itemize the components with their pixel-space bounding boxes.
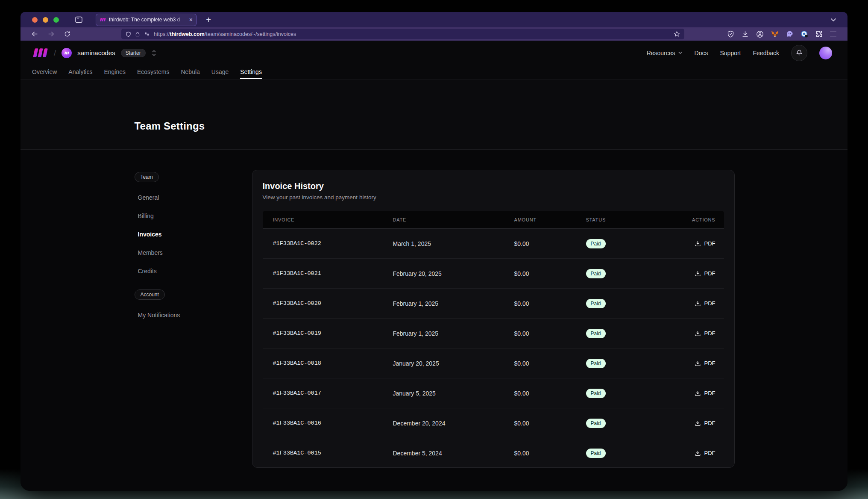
account-icon[interactable] (756, 30, 764, 38)
team-switcher-icon[interactable] (151, 50, 157, 56)
download-icon[interactable] (742, 30, 749, 38)
menu-icon[interactable] (830, 32, 836, 37)
invoice-amount: $0.00 (514, 240, 586, 247)
dashboard-tab[interactable]: Overview (32, 65, 57, 79)
notifications-bell-button[interactable] (791, 45, 807, 61)
breadcrumb-separator: / (54, 48, 56, 58)
status-cell: Paid (586, 449, 691, 458)
maximize-window-button[interactable] (53, 17, 59, 23)
download-pdf-button[interactable]: PDF (695, 420, 716, 426)
tracking-shield-icon[interactable] (126, 31, 131, 37)
status-badge: Paid (586, 239, 606, 248)
tab-list-chevron-icon[interactable] (830, 18, 836, 22)
sidebar-item[interactable]: Members (134, 243, 240, 262)
invoice-date: December 5, 2024 (393, 450, 514, 457)
download-icon (695, 300, 701, 307)
download-icon (695, 330, 701, 337)
page-viewport: / saminacodes Starter Resources (21, 41, 847, 491)
tab-title: thirdweb: The complete web3 d (109, 17, 186, 23)
table-row: #1F33BA1C-0021 February 20, 2025 $0.00 P… (263, 258, 724, 288)
support-link[interactable]: Support (720, 50, 741, 56)
header-breadcrumb: / saminacodes Starter (32, 48, 157, 58)
invoice-date: December 20, 2024 (393, 420, 514, 427)
back-button[interactable] (28, 29, 41, 40)
phantom-icon[interactable] (786, 30, 793, 38)
sidebar-item[interactable]: Invoices (134, 225, 240, 243)
invoice-number: #1F33BA1C-0017 (273, 390, 393, 396)
pdf-label: PDF (704, 330, 716, 337)
dashboard-tab[interactable]: Engines (104, 65, 126, 79)
team-name[interactable]: saminacodes (77, 49, 115, 56)
invoice-number: #1F33BA1C-0015 (273, 450, 393, 456)
bookmark-star-icon[interactable] (674, 31, 680, 37)
permissions-icon[interactable] (144, 31, 150, 37)
reload-button[interactable] (61, 29, 73, 40)
minimize-window-button[interactable] (43, 17, 48, 23)
column-header: DATE (393, 217, 514, 222)
dashboard-tab[interactable]: Usage (211, 65, 229, 79)
table-header-row: INVOICEDATEAMOUNTSTATUSACTIONS (263, 211, 724, 229)
dashboard-tab[interactable]: Settings (240, 65, 262, 79)
download-pdf-button[interactable]: PDF (695, 330, 716, 337)
sidebar-item[interactable]: General (134, 188, 240, 207)
invoice-history-card: Invoice History View your past invoices … (252, 170, 735, 468)
shield-check-icon[interactable] (727, 30, 734, 38)
thirdweb-logo[interactable] (32, 48, 48, 58)
sidebar-item[interactable]: My Notifications (134, 306, 240, 324)
invoice-date: January 5, 2025 (393, 390, 514, 397)
docs-link[interactable]: Docs (695, 50, 708, 56)
team-avatar[interactable] (62, 48, 72, 58)
user-avatar[interactable] (819, 47, 832, 59)
browser-tab-bar: thirdweb: The complete web3 d × + (21, 12, 847, 27)
header-links: Resources Docs Support Feedback (647, 45, 832, 61)
close-window-button[interactable] (32, 17, 38, 23)
pdf-label: PDF (704, 270, 716, 277)
invoice-number: #1F33BA1C-0018 (273, 360, 393, 366)
download-pdf-button[interactable]: PDF (695, 390, 716, 396)
browser-window: thirdweb: The complete web3 d × + (21, 12, 847, 491)
download-pdf-button[interactable]: PDF (695, 300, 716, 307)
metamask-icon[interactable] (771, 30, 779, 38)
download-icon (695, 240, 701, 247)
url-domain: thirdweb.com (170, 31, 205, 37)
download-pdf-button[interactable]: PDF (695, 240, 716, 247)
forward-button[interactable] (44, 29, 57, 40)
extensions-puzzle-icon[interactable] (815, 30, 823, 38)
browser-tab[interactable]: thirdweb: The complete web3 d × (96, 14, 196, 26)
lock-icon[interactable] (135, 31, 140, 37)
pdf-label: PDF (704, 300, 716, 307)
resources-menu[interactable]: Resources (647, 50, 683, 56)
invoice-amount: $0.00 (514, 330, 586, 337)
resources-label: Resources (647, 50, 675, 56)
feedback-link[interactable]: Feedback (753, 50, 779, 56)
sidebar-toggle-icon[interactable] (73, 14, 85, 25)
invoice-number: #1F33BA1C-0016 (273, 420, 393, 426)
table-row: #1F33BA1C-0020 February 1, 2025 $0.00 Pa… (263, 288, 724, 318)
download-pdf-button[interactable]: PDF (695, 450, 716, 456)
chevron-down-icon (678, 51, 683, 54)
status-cell: Paid (586, 359, 691, 368)
download-icon (695, 390, 701, 396)
download-icon (695, 450, 701, 456)
new-tab-button[interactable]: + (202, 14, 214, 25)
pdf-label: PDF (704, 450, 716, 456)
invoice-amount: $0.00 (514, 360, 586, 367)
url-text[interactable]: https://thirdweb.com/team/saminacodes/~/… (154, 31, 670, 37)
table-body: #1F33BA1C-0022 March 1, 2025 $0.00 Paid (263, 229, 724, 468)
download-pdf-button[interactable]: PDF (695, 360, 716, 366)
download-pdf-button[interactable]: PDF (695, 270, 716, 277)
download-icon (695, 420, 701, 426)
wallet-extension-icon[interactable] (801, 30, 808, 38)
invoice-number: #1F33BA1C-0019 (273, 330, 393, 337)
dashboard-tab[interactable]: Nebula (181, 65, 199, 79)
dashboard-tab[interactable]: Ecosystems (137, 65, 169, 79)
dashboard-tab[interactable]: Analytics (68, 65, 92, 79)
sidebar-group-team: Team GeneralBillingInvoicesMembersCredit… (134, 172, 240, 280)
url-bar[interactable]: https://thirdweb.com/team/saminacodes/~/… (121, 29, 684, 39)
account-group-pill: Account (135, 289, 165, 300)
invoice-amount: $0.00 (514, 270, 586, 277)
team-group-pill: Team (135, 172, 159, 182)
sidebar-item[interactable]: Billing (134, 207, 240, 225)
tab-close-icon[interactable]: × (189, 17, 193, 23)
sidebar-item[interactable]: Credits (134, 262, 240, 280)
